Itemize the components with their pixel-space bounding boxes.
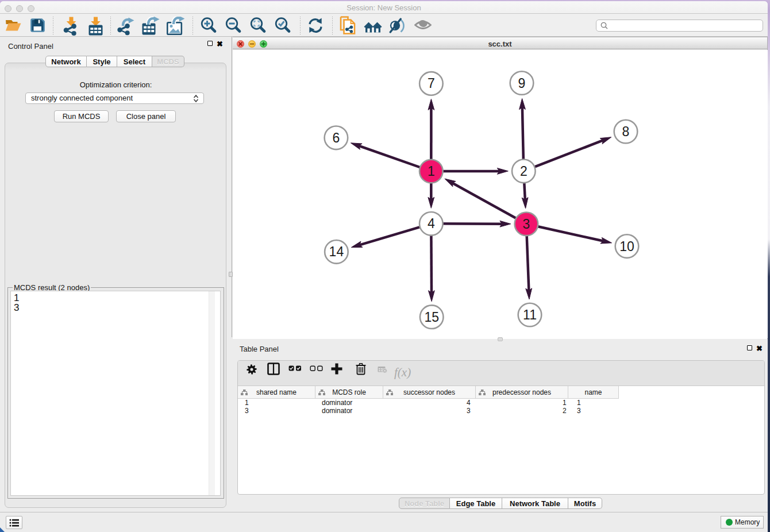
svg-text:1: 1 [428,164,435,179]
svg-text:8: 8 [622,124,630,139]
svg-text:2: 2 [520,164,528,179]
svg-text:6: 6 [333,130,340,145]
svg-text:4: 4 [428,216,435,231]
svg-text:3: 3 [523,217,530,232]
svg-text:14: 14 [329,244,344,259]
svg-text:7: 7 [428,76,435,91]
svg-text:11: 11 [523,307,537,322]
svg-text:9: 9 [518,76,526,91]
svg-text:10: 10 [619,239,634,254]
svg-text:15: 15 [424,310,439,325]
